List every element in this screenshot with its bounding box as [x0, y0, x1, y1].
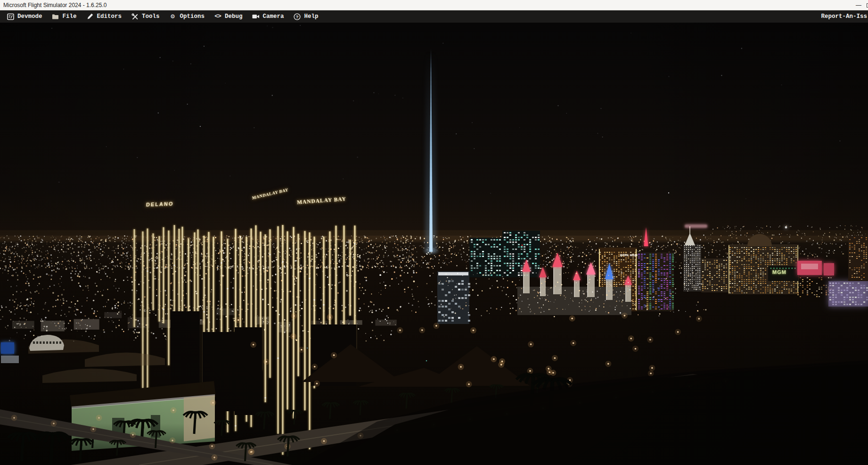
devmode-menubar: Devmode File Editors Tools ⚙ — [0, 10, 868, 23]
menu-camera[interactable]: Camera — [247, 10, 289, 23]
menu-report-an-issue[interactable]: Report-An-Iss — [821, 10, 867, 23]
menu-options[interactable]: ⚙ Options — [164, 10, 210, 23]
menu-help-label: Help — [304, 13, 319, 20]
menu-debug-label: Debug — [225, 13, 243, 20]
menu-tools[interactable]: Tools — [126, 10, 164, 23]
menu-file[interactable]: File — [47, 10, 82, 23]
folder-icon — [52, 13, 59, 20]
menu-file-label: File — [63, 13, 77, 20]
pencil-icon — [86, 13, 94, 20]
window-titlebar: Microsoft Flight Simulator 2024 - 1.6.25… — [0, 0, 868, 10]
code-icon: <> — [214, 13, 221, 20]
gear-icon: ⚙ — [169, 13, 177, 20]
menu-help[interactable]: ? Help — [289, 10, 323, 23]
window-title: Microsoft Flight Simulator 2024 - 1.6.25… — [0, 2, 106, 8]
excalibur-castle — [514, 258, 636, 317]
menu-devmode[interactable]: Devmode — [2, 10, 47, 23]
help-icon: ? — [294, 13, 301, 20]
camera-icon — [252, 13, 260, 20]
menu-editors-label: Editors — [97, 13, 122, 20]
menu-tools-label: Tools — [142, 13, 160, 20]
game-viewport[interactable]: DELANO MANDALAY BAY MANDALAY BAY PARK MG… — [0, 23, 868, 465]
menu-camera-label: Camera — [263, 13, 284, 20]
window-controls: — — [851, 0, 868, 10]
menu-debug[interactable]: <> Debug — [209, 10, 247, 23]
tools-icon — [131, 13, 139, 20]
devmode-icon — [7, 13, 14, 20]
las-vegas-strip-road — [203, 376, 721, 461]
svg-text:?: ? — [296, 15, 299, 20]
menu-options-label: Options — [180, 13, 205, 20]
menu-devmode-label: Devmode — [17, 13, 42, 20]
minimize-button[interactable]: — — [851, 0, 867, 10]
menu-editors[interactable]: Editors — [82, 10, 127, 23]
